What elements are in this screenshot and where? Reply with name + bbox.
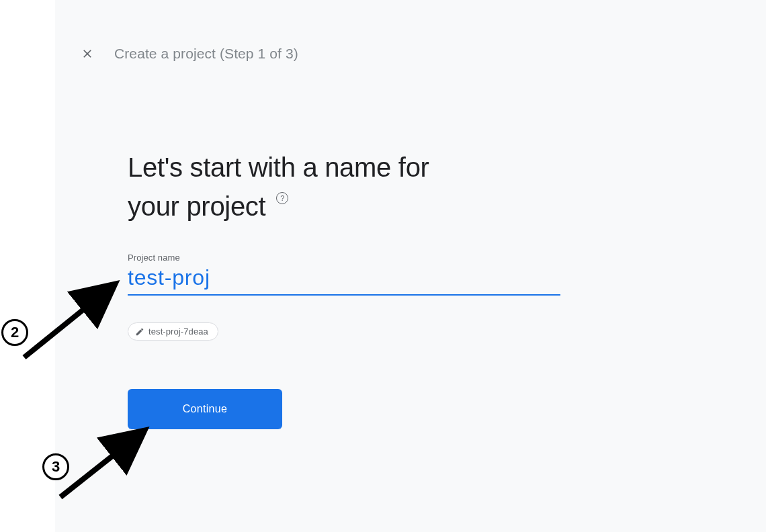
project-id-chip[interactable]: test-proj-7deaa xyxy=(128,322,218,341)
pencil-icon xyxy=(135,327,144,337)
help-icon[interactable]: ? xyxy=(276,192,288,204)
close-icon xyxy=(81,47,94,60)
headline-line-1: Let's start with a name for xyxy=(128,152,429,182)
white-margin-strip xyxy=(0,0,55,532)
headline: Let's start with a name for your project… xyxy=(128,148,560,226)
svg-line-0 xyxy=(24,287,112,357)
annotation-badge-2: 2 xyxy=(1,319,28,346)
main-panel: Create a project (Step 1 of 3) Let's sta… xyxy=(55,0,766,532)
project-id-text: test-proj-7deaa xyxy=(148,326,208,337)
project-name-field: Project name xyxy=(128,253,560,296)
content-area: Let's start with a name for your project… xyxy=(128,148,560,429)
headline-line-2: your project xyxy=(128,191,265,221)
close-button[interactable] xyxy=(79,46,95,62)
annotation-arrow-3 xyxy=(54,416,161,504)
project-name-label: Project name xyxy=(128,253,560,263)
top-row: Create a project (Step 1 of 3) xyxy=(79,46,298,62)
annotation-arrow-2 xyxy=(17,277,125,364)
svg-line-1 xyxy=(60,433,141,497)
project-name-input[interactable] xyxy=(128,264,560,296)
annotation-badge-3: 3 xyxy=(42,453,69,480)
step-title: Create a project (Step 1 of 3) xyxy=(114,46,298,62)
